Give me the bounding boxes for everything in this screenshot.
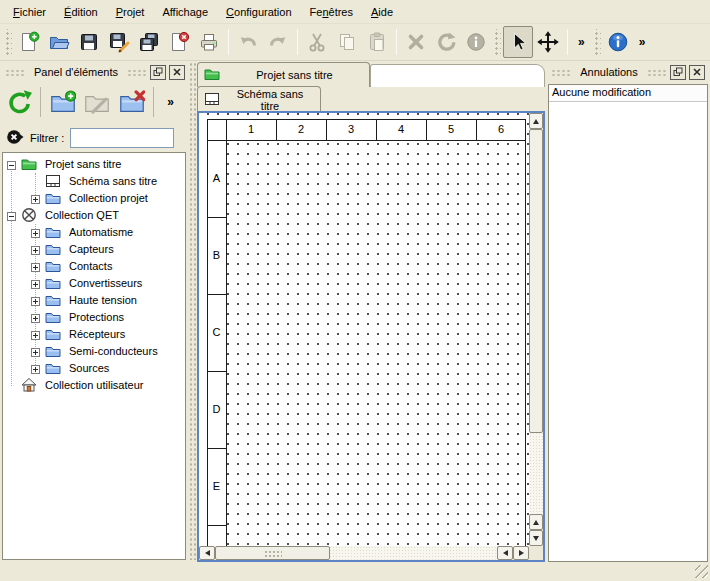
- expander-plus-icon[interactable]: [31, 228, 40, 237]
- paste-button[interactable]: [362, 26, 392, 58]
- expander-plus-icon[interactable]: [31, 245, 40, 254]
- tree-item-convertisseurs[interactable]: Convertisseurs: [3, 275, 185, 292]
- tree-item-collection-utilisateur[interactable]: Collection utilisateur: [3, 377, 185, 394]
- save-button[interactable]: [74, 26, 104, 58]
- expander-plus-icon[interactable]: [31, 364, 40, 373]
- undo-panel-titlebar[interactable]: Annulations: [548, 62, 708, 82]
- menu-projet[interactable]: Projet: [107, 3, 154, 21]
- select-arrow-button[interactable]: [503, 26, 533, 58]
- cut-button[interactable]: [302, 26, 332, 58]
- save-as-button[interactable]: [104, 26, 134, 58]
- folder-green-icon: [21, 156, 37, 172]
- expander-minus-icon: [7, 212, 16, 221]
- print-icon: [198, 31, 220, 53]
- vertical-scroll-thumb[interactable]: [529, 129, 543, 433]
- tree-item-contacts[interactable]: Contacts: [3, 258, 185, 275]
- toolbar-overflow-button[interactable]: »: [161, 95, 180, 109]
- undo-button[interactable]: [233, 26, 263, 58]
- tree-item-recepteurs[interactable]: Récepteurs: [3, 326, 185, 343]
- filter-clear-icon: [6, 128, 24, 146]
- tree-item-semi-conducteurs[interactable]: Semi-conducteurs: [3, 343, 185, 360]
- tree-item-collection-projet[interactable]: Collection projet: [3, 190, 185, 207]
- tree-item-label: Collection utilisateur: [41, 379, 143, 391]
- tree-item-capteurs[interactable]: Capteurs: [3, 241, 185, 258]
- float-panel-button[interactable]: [670, 65, 686, 80]
- move-arrows-button[interactable]: [533, 26, 563, 58]
- horizontal-scrollbar[interactable]: [199, 546, 529, 560]
- scroll-down-button[interactable]: [529, 530, 543, 546]
- tree-item-schema-sans-titre[interactable]: Schéma sans titre: [3, 173, 185, 190]
- diagram-frame-line: [207, 525, 227, 526]
- tree-item-collection-qet[interactable]: Collection QET: [3, 207, 185, 224]
- undo-icon: [237, 31, 259, 53]
- schema-sheet-icon: [204, 91, 220, 107]
- panel-splitter[interactable]: [188, 62, 196, 560]
- tree-item-automatisme[interactable]: Automatisme: [3, 224, 185, 241]
- new-document-button[interactable]: [14, 26, 44, 58]
- close-panel-button[interactable]: [169, 65, 185, 80]
- rotate-button[interactable]: [431, 26, 461, 58]
- expander-minus-icon[interactable]: [7, 160, 16, 169]
- copy-button[interactable]: [332, 26, 362, 58]
- tree-item-projet-sans-titre[interactable]: Projet sans titre: [3, 156, 185, 173]
- scroll-up-button[interactable]: [529, 113, 543, 129]
- filter-clear-icon[interactable]: [6, 128, 24, 148]
- tree-item-sources[interactable]: Sources: [3, 360, 185, 377]
- open-document-button[interactable]: [44, 26, 74, 58]
- diagram-canvas[interactable]: 123456ABCDE: [199, 113, 529, 546]
- print-button[interactable]: [194, 26, 224, 58]
- expander-plus-icon[interactable]: [31, 262, 40, 271]
- expander-plus-icon[interactable]: [31, 313, 40, 322]
- delete-button[interactable]: [401, 26, 431, 58]
- resize-grip[interactable]: [695, 565, 708, 578]
- close-document-button[interactable]: [164, 26, 194, 58]
- menu-aide[interactable]: Aide: [362, 3, 402, 21]
- expander-minus-icon[interactable]: [7, 211, 16, 220]
- scroll-left-button[interactable]: [497, 546, 513, 560]
- folder-blue-icon: [45, 309, 61, 325]
- properties-button[interactable]: [461, 26, 491, 58]
- toolbar-overflow-button[interactable]: »: [572, 35, 591, 49]
- toolbar-grip: [4, 29, 12, 55]
- folder-blue-icon: [45, 258, 61, 274]
- tree-item-label: Protections: [65, 311, 124, 323]
- menu-affichage[interactable]: Affichage: [153, 3, 217, 21]
- tab-schema[interactable]: Schéma sans titre: [197, 86, 321, 112]
- expander-plus-icon[interactable]: [31, 279, 40, 288]
- info-blue-button[interactable]: [603, 26, 633, 58]
- expander-minus-icon: [7, 161, 16, 170]
- undo-list-item[interactable]: Aucune modification: [549, 85, 707, 102]
- scroll-up-button[interactable]: [529, 514, 543, 530]
- dock-close-icon: [692, 67, 702, 77]
- expander-plus-icon[interactable]: [31, 194, 40, 203]
- elements-panel-titlebar[interactable]: Panel d'éléments: [2, 62, 188, 82]
- filter-input[interactable]: [70, 128, 174, 148]
- scroll-left-button[interactable]: [199, 546, 215, 560]
- refresh-button[interactable]: [4, 85, 33, 119]
- expander-plus-icon[interactable]: [31, 330, 40, 339]
- menu-configuration[interactable]: Configuration: [217, 3, 300, 21]
- toolbar-overflow-button[interactable]: »: [633, 35, 652, 49]
- horizontal-scroll-thumb[interactable]: [215, 546, 330, 560]
- menu-edition[interactable]: Édition: [55, 3, 107, 21]
- save-all-button[interactable]: [134, 26, 164, 58]
- tree-item-haute-tension[interactable]: Haute tension: [3, 292, 185, 309]
- tree-item-protections[interactable]: Protections: [3, 309, 185, 326]
- new-category-button[interactable]: [48, 85, 77, 119]
- delete-category-button[interactable]: [117, 85, 146, 119]
- menu-fichier[interactable]: Fichier: [4, 3, 55, 21]
- expander-plus-icon[interactable]: [31, 347, 40, 356]
- scroll-right-button[interactable]: [513, 546, 529, 560]
- copy-icon: [336, 31, 358, 53]
- redo-button[interactable]: [263, 26, 293, 58]
- close-panel-button[interactable]: [689, 65, 705, 80]
- float-panel-button[interactable]: [150, 65, 166, 80]
- expander-plus-icon[interactable]: [31, 296, 40, 305]
- diagram-column-label: 3: [326, 123, 376, 135]
- edit-category-button[interactable]: [83, 85, 112, 119]
- tab-project[interactable]: Projet sans titre: [197, 62, 370, 87]
- menu-fenetres[interactable]: Fenêtres: [301, 3, 362, 21]
- vertical-scrollbar[interactable]: [529, 113, 543, 546]
- tree-item-label: Convertisseurs: [65, 277, 142, 289]
- tree-item-label: Contacts: [65, 260, 112, 272]
